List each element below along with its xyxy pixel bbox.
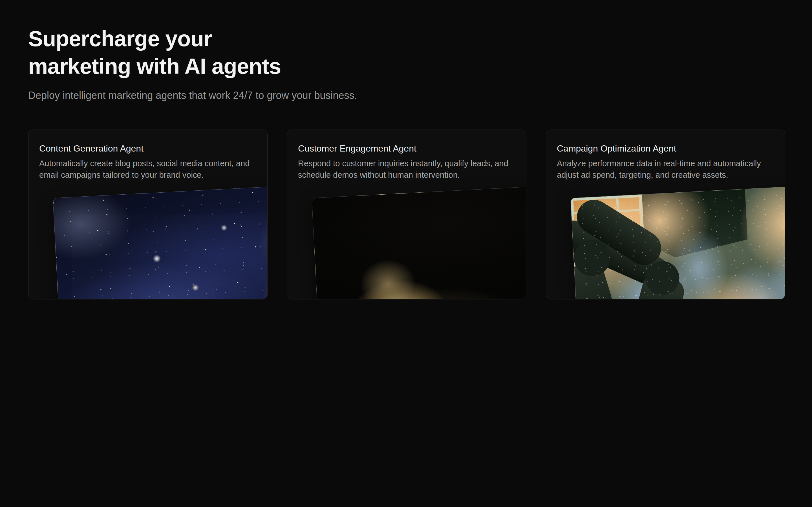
card-title: Content Generation Agent: [39, 143, 256, 154]
page-title-line1: Supercharge your: [28, 26, 212, 51]
card-title: Campaign Optimization Agent: [557, 143, 774, 154]
card-description: Respond to customer inquiries instantly,…: [298, 158, 515, 181]
page-title: Supercharge yourmarketing with AI agents: [28, 25, 785, 80]
page-title-line2: marketing with AI agents: [28, 54, 281, 78]
galaxy-nebula-starfield-image: [53, 184, 267, 299]
page: Supercharge yourmarketing with AI agents…: [0, 0, 812, 507]
agent-card-customer-engagement[interactable]: Customer Engagement Agent Respond to cus…: [287, 129, 526, 299]
page-subtitle: Deploy intelligent marketing agents that…: [28, 89, 785, 102]
starfield-layer: [53, 184, 267, 299]
smoke-haze-layer: [312, 184, 526, 299]
card-description: Automatically create blog posts, social …: [39, 158, 256, 181]
agent-card-content-generation[interactable]: Content Generation Agent Automatically c…: [28, 129, 267, 299]
hero-section: Supercharge yourmarketing with AI agents…: [28, 25, 785, 102]
robot-arms-house-sparkle-clouds-image: [570, 184, 785, 299]
agent-card-campaign-optimization[interactable]: Campaign Optimization Agent Analyze perf…: [546, 129, 785, 299]
card-description: Analyze performance data in real-time an…: [557, 158, 774, 181]
sparkle-particles-layer: [571, 184, 785, 299]
golden-smoke-and-glowing-hand-image: [312, 184, 526, 299]
agent-cards-row: Content Generation Agent Automatically c…: [28, 129, 785, 299]
card-title: Customer Engagement Agent: [298, 143, 515, 154]
